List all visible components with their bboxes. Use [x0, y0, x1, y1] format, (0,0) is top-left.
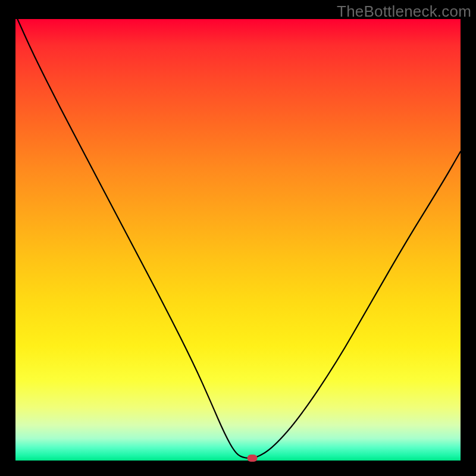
plot-area	[15, 19, 461, 461]
chart-frame: TheBottleneck.com	[0, 0, 476, 476]
plot-svg	[15, 19, 461, 461]
bottleneck-curve	[15, 19, 461, 458]
watermark-label: TheBottleneck.com	[337, 2, 471, 21]
bottleneck-marker	[247, 455, 257, 462]
